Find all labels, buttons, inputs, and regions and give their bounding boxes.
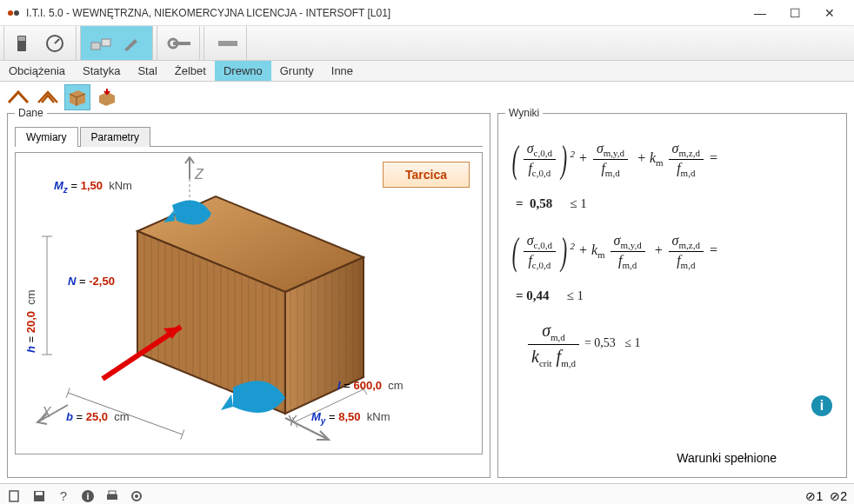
results-body: ( σc,0,d fc,0,d )2 + σm,y,d fm,d + km σm… xyxy=(498,114,846,395)
tool-group-3[interactable] xyxy=(157,26,200,60)
main-toolbar xyxy=(0,26,854,61)
new-icon[interactable] xyxy=(7,488,23,504)
conditions-text: Warunki spełnione xyxy=(677,451,777,465)
tab-parametry[interactable]: Parametry xyxy=(80,127,150,147)
beam-diagram xyxy=(16,153,482,454)
timber-section-icon[interactable] xyxy=(64,84,90,110)
tool-group-2[interactable] xyxy=(80,26,153,60)
svg-text:i: i xyxy=(86,491,89,501)
maximize-button[interactable]: ☐ xyxy=(777,1,812,25)
formula-1: ( σc,0,d fc,0,d )2 + σm,y,d fm,d + km σm… xyxy=(509,135,836,184)
timber-load-icon[interactable] xyxy=(94,84,120,110)
statusbar: ? i ⊘1 ⊘2 xyxy=(0,483,854,504)
titlebar: I.T.I. 5.0 - WEWNĘTRZNA, NIEKOMERCYJNA L… xyxy=(0,0,854,26)
main-tabs: Obciążenia Statyka Stal Żelbet Drewno Gr… xyxy=(0,61,854,82)
sub-toolbar xyxy=(0,82,854,113)
tab-inne[interactable]: Inne xyxy=(323,61,362,81)
axis-y: Y xyxy=(287,414,297,429)
calculator-icon xyxy=(13,31,37,56)
result-1-value: = 0,58≤ 1 xyxy=(516,196,836,211)
svg-point-1 xyxy=(14,10,19,16)
wrench-icon xyxy=(166,31,190,56)
svg-point-20 xyxy=(135,494,138,498)
svg-point-0 xyxy=(8,10,13,16)
dim-my[interactable]: My = 8,50 kNm xyxy=(311,410,390,426)
dim-l[interactable]: l = 600,0 cm xyxy=(337,379,404,392)
diagram-area: Tarcica xyxy=(15,152,483,454)
status-indicator-1[interactable]: ⊘1 xyxy=(805,489,823,503)
result-2-value: = 0,44≤ 1 xyxy=(516,288,836,303)
dane-label: Dane xyxy=(15,107,47,119)
blocks-icon xyxy=(90,31,114,56)
help-icon[interactable]: ? xyxy=(56,488,71,504)
gauge-icon xyxy=(43,31,67,56)
dim-mz[interactable]: Mz = 1,50 kNm xyxy=(54,179,132,195)
dim-b[interactable]: b = 25,0 cm xyxy=(66,410,130,423)
dane-panel: Dane Wymiary Parametry Tarcica xyxy=(7,113,490,478)
formula-2: ( σc,0,d fc,0,d )2 + km σm,y,d fm,d + σm… xyxy=(509,227,836,276)
svg-rect-12 xyxy=(10,491,18,501)
tab-wymiary[interactable]: Wymiary xyxy=(15,127,78,147)
trowel-icon xyxy=(119,31,143,56)
svg-rect-6 xyxy=(102,39,110,46)
svg-rect-5 xyxy=(91,43,100,50)
pipe-wrench-icon xyxy=(213,31,237,56)
save-icon[interactable] xyxy=(31,488,47,504)
tab-stal[interactable]: Stal xyxy=(129,61,165,81)
wyniki-panel: Wyniki ( σc,0,d fc,0,d )2 + σm,y,d fm,d … xyxy=(497,113,847,478)
axis-z: Z xyxy=(195,167,203,182)
settings-icon[interactable] xyxy=(129,488,144,504)
minimize-button[interactable]: — xyxy=(743,1,777,25)
info-icon[interactable]: i xyxy=(811,395,832,416)
tool-group-4[interactable] xyxy=(203,26,247,60)
print-icon[interactable] xyxy=(104,488,120,504)
tool-group-1[interactable] xyxy=(3,26,77,60)
status-indicator-2[interactable]: ⊘2 xyxy=(830,489,847,503)
svg-rect-10 xyxy=(218,41,237,46)
inner-tabs: Wymiary Parametry xyxy=(15,126,483,147)
tab-drewno[interactable]: Drewno xyxy=(215,61,271,81)
svg-rect-18 xyxy=(109,491,116,494)
dim-n[interactable]: N = -2,50 xyxy=(68,275,115,288)
wyniki-label: Wyniki xyxy=(505,107,543,119)
dim-h[interactable]: h = 20,0 cm xyxy=(24,289,37,353)
tab-grunty[interactable]: Grunty xyxy=(271,61,323,81)
close-button[interactable]: ✕ xyxy=(812,1,847,25)
axis-x: X xyxy=(42,405,51,421)
info-status-icon[interactable]: i xyxy=(80,488,96,504)
svg-rect-17 xyxy=(107,494,117,500)
app-icon xyxy=(7,6,21,20)
svg-rect-7 xyxy=(173,42,190,45)
formula-3: σm,d kcrit fm,d = 0,53 ≤ 1 xyxy=(526,319,836,369)
tab-zelbet[interactable]: Żelbet xyxy=(166,61,215,81)
svg-rect-14 xyxy=(36,492,43,495)
svg-rect-3 xyxy=(18,36,25,41)
window-title: I.T.I. 5.0 - WEWNĘTRZNA, NIEKOMERCYJNA L… xyxy=(26,7,743,19)
tab-obciazenia[interactable]: Obciążenia xyxy=(0,61,74,81)
content-area: Dane Wymiary Parametry Tarcica xyxy=(0,113,854,483)
tab-statyka[interactable]: Statyka xyxy=(74,61,129,81)
